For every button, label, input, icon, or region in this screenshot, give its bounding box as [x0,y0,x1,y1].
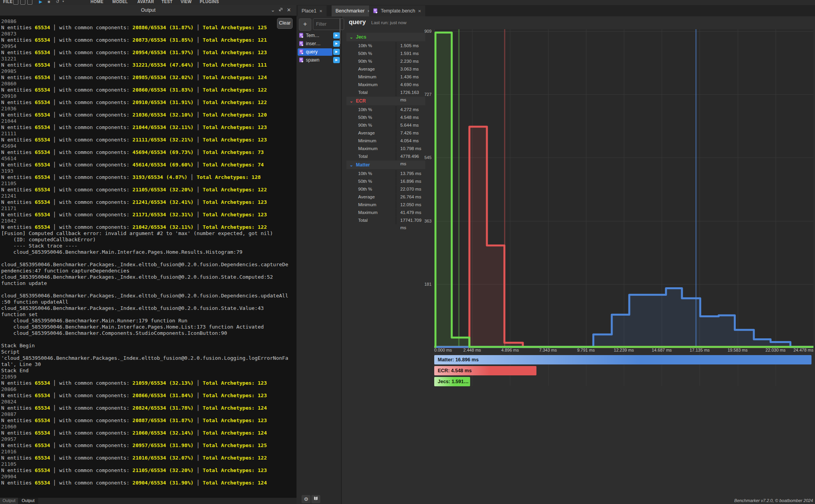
stats-panel: ⌄Jecs10th %1.505 ms50th %1.591 ms90th %2… [346,33,425,225]
stat-value: 22.070 ms [396,186,425,193]
benchmark-item-query[interactable]: query▶ [298,48,340,56]
y-axis-label: 909 [418,29,431,34]
book-icon [313,496,318,501]
section-name: Matter [356,162,370,168]
stat-value: 4.690 ms [396,81,425,88]
clear-button[interactable]: Clear [277,18,293,29]
add-benchmark-button[interactable]: + [299,18,311,31]
console-line: N entities 65534 │ with common component… [1,417,288,424]
console-line: 21105 [1,461,288,467]
benchmark-label: query [306,49,318,55]
stat-row: 50th %1.591 ms [346,50,425,57]
benchmark-item-main[interactable]: Tem… [298,32,332,39]
menu-item-view[interactable]: VIEW [181,0,192,5]
stat-value: 4.054 ms [396,137,425,145]
menu-item-file[interactable]: FILE [3,0,12,5]
tab-close-icon[interactable]: ✕ [319,9,322,13]
benchmark-item-Tem[interactable]: Tem…▶ [298,32,340,39]
stat-row: 90th %5.644 ms [346,122,425,129]
play-icon[interactable]: ▶ [39,0,42,5]
tab-close-icon[interactable]: ✕ [418,9,421,13]
menu-item-home[interactable]: HOME [91,0,103,5]
docs-button[interactable] [311,495,320,503]
benchmark-item-inser[interactable]: inser…▶ [298,40,340,48]
menu-item-model[interactable]: MODEL [112,0,128,5]
stat-row: Total4778.496 ms [346,153,425,160]
section-header-matter[interactable]: ⌄Matter [346,161,425,169]
menu-item-avatar[interactable]: AVATAR [137,0,154,5]
console-line: 20886 [1,18,288,25]
panel-close-icon[interactable]: ✕ [287,5,291,16]
run-benchmark-button[interactable]: ▶ [333,57,340,63]
bottom-tab-output-2[interactable]: Output [18,498,38,504]
new-file-icon[interactable] [13,0,18,5]
benchmark-item-main[interactable]: inser… [298,40,332,48]
benchmark-label: spawn [306,57,320,63]
histogram-chart[interactable] [434,29,813,386]
console-line: 20824 [1,399,288,405]
console-line: 3193 [1,168,288,174]
console-line: cloud_5853950046.Benchmarker.Packages._I… [1,293,288,305]
tab-template-bench[interactable]: Template.bench✕ [369,5,425,16]
console-line: [Fusion] Computed callback error: invali… [1,230,288,237]
stat-label: Minimum [346,137,396,145]
output-titlebar: Output ⌄ ✕ [0,5,297,16]
settings-button[interactable]: ⚙ [302,495,311,503]
console-line: 21111 [1,131,288,137]
menu-item-test[interactable]: TEST [162,0,172,5]
benchmark-label: inser… [306,41,321,46]
stat-value: 16.896 ms [396,178,425,185]
chevron-down-icon[interactable]: ▾ [62,0,64,5]
console-line: N entities 65534 │ with common component… [1,187,288,193]
stat-value: 12.050 ms [396,201,425,209]
stat-row: Minimum4.054 ms [346,137,425,145]
console-line: 21036 [1,106,288,112]
open-icon[interactable] [20,0,25,5]
tab-benchmarker[interactable]: Benchmarker✕ [332,5,375,16]
output-console[interactable]: 20886N entities 65534 │ with common comp… [0,16,291,500]
run-benchmark-button[interactable]: ▶ [333,49,340,55]
stat-label: 90th % [346,58,396,65]
console-line: cloud_5853950046.Benchmarker.Packages._I… [1,262,288,274]
chevron-down-icon: ⌄ [350,163,353,167]
bottom-tab-output-1[interactable]: Output [0,498,18,504]
x-axis-label: 12.239 ms [614,348,634,352]
run-benchmark-button[interactable]: ▶ [333,41,340,47]
panel-chevron-down-icon[interactable]: ⌄ [271,5,275,16]
tab-place1[interactable]: Place1✕ [298,5,327,16]
benchmark-item-main[interactable]: spawn [298,57,332,64]
stat-label: Average [346,129,396,137]
y-axis-label: 363 [418,219,431,223]
console-line: 21171 [1,205,288,212]
stat-label: Total [346,153,396,160]
console-line [1,336,288,343]
console-line: N entities 65534 │ with common component… [1,87,288,93]
stat-value: 3.063 ms [396,65,425,73]
console-line: N entities 65534 │ with common component… [1,162,288,168]
stat-label: 90th % [346,186,396,193]
stat-label: 10th % [346,170,396,177]
console-line: Stack End [1,368,288,374]
section-header-ecr[interactable]: ⌄ECR [346,97,425,105]
stat-label: Minimum [346,201,396,209]
stop-icon[interactable]: ■ [48,0,50,5]
stat-value: 4.272 ms [396,106,425,113]
section-header-jecs[interactable]: ⌄Jecs [346,33,425,41]
console-line: cloud_5853950046.Benchmarker.Components.… [1,330,288,336]
panel-float-icon[interactable] [279,5,283,16]
y-axis-label: 727 [418,92,431,97]
stat-label: 50th % [346,178,396,185]
console-line: N entities 65534 │ with common component… [1,99,288,106]
benchmark-item-spawn[interactable]: spawn▶ [298,56,340,64]
save-icon[interactable] [27,0,32,5]
menu-item-plugins[interactable]: PLUGINS [200,0,219,5]
console-line: N entities 65534 │ with common component… [1,224,288,230]
y-axis-label: 545 [418,155,431,160]
console-line: N entities 65534 │ with common component… [1,393,288,399]
benchmark-title: query [349,19,366,26]
benchmark-item-main[interactable]: query [298,48,332,56]
run-benchmark-button[interactable]: ▶ [333,32,340,39]
console-line: 20957 [1,436,288,442]
undo-icon[interactable]: ↺ [56,0,59,5]
stat-label: Total [346,217,396,224]
